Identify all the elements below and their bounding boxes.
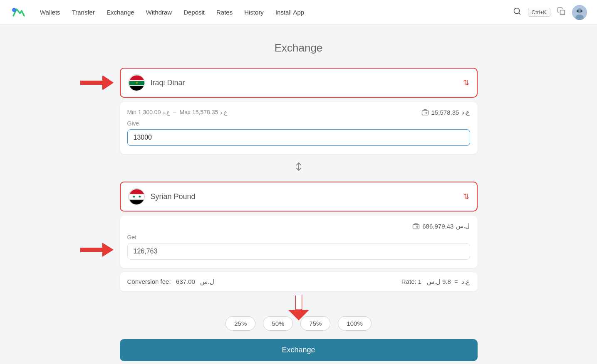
from-currency-name: Iraqi Dinar <box>151 79 185 87</box>
give-balance: 15,578.35 ع.د <box>421 108 470 116</box>
svg-rect-8 <box>577 10 579 12</box>
get-balance-row: 686,979.43 ل.س <box>127 222 470 230</box>
svg-rect-35 <box>80 248 102 252</box>
get-label: Get <box>127 234 470 241</box>
search-button[interactable] <box>513 7 521 17</box>
nav-install-app[interactable]: Install App <box>275 9 304 16</box>
svg-point-38 <box>417 226 418 227</box>
main-content: Exchange <box>111 25 486 364</box>
arrow-get <box>80 243 114 257</box>
get-balance-symbol: ل.س <box>456 222 470 230</box>
nav-wallets[interactable]: Wallets <box>40 9 60 16</box>
give-amount-meta: Min 1,300.00 ع.د – Max 15,578.35 ع.د 15,… <box>127 108 470 116</box>
give-balance-value: 15,578.35 <box>431 109 459 116</box>
from-currency-left: ✦ Iraqi Dinar <box>128 74 185 91</box>
nav-transfer[interactable]: Transfer <box>72 9 95 16</box>
give-amount-section: Min 1,300.00 ع.د – Max 15,578.35 ع.د 15,… <box>120 102 478 154</box>
exchange-form: ✦ Iraqi Dinar ⇅ Min 1,300.00 ع.د – Max 1… <box>120 68 478 361</box>
give-input[interactable] <box>127 129 470 146</box>
keyboard-shortcut: Ctrl+K <box>528 8 550 17</box>
nav-deposit[interactable]: Deposit <box>183 9 205 16</box>
give-min-max: Min 1,300.00 ع.د – Max 15,578.35 ع.د <box>127 109 228 116</box>
nav-links: Wallets Transfer Exchange Withdraw Depos… <box>40 9 513 16</box>
from-currency-selector[interactable]: ✦ Iraqi Dinar ⇅ <box>120 68 478 98</box>
to-currency-selector[interactable]: ★ ★ Syrian Pound ⇅ <box>120 182 478 212</box>
pct-100-button[interactable]: 100% <box>338 316 371 331</box>
rate-label: Rate: 1 ع.د = 9.8 ل.س <box>401 278 470 285</box>
svg-rect-15 <box>80 81 102 85</box>
svg-point-25 <box>426 112 427 113</box>
svg-marker-45 <box>289 310 308 320</box>
swap-button[interactable] <box>294 162 304 174</box>
swap-row <box>120 162 478 174</box>
to-currency-left: ★ ★ Syrian Pound <box>128 188 196 205</box>
exchange-submit-button[interactable]: Exchange <box>120 339 478 361</box>
give-balance-symbol: ع.د <box>461 108 470 116</box>
get-input[interactable] <box>127 243 470 260</box>
pct-25-button[interactable]: 25% <box>225 316 255 331</box>
nav-withdraw[interactable]: Withdraw <box>146 9 172 16</box>
svg-rect-4 <box>560 10 565 15</box>
syrian-flag: ★ ★ <box>128 188 145 205</box>
to-currency-name: Syrian Pound <box>151 192 196 201</box>
give-input-wrapper <box>127 129 470 146</box>
nav-exchange[interactable]: Exchange <box>107 9 134 16</box>
iraqi-flag: ✦ <box>128 74 145 91</box>
svg-marker-36 <box>102 243 114 257</box>
fee-row: Conversion fee: 637.00 ل.س Rate: 1 ع.د =… <box>120 272 478 291</box>
page-title: Exchange <box>120 42 478 54</box>
nav-rates[interactable]: Rates <box>216 9 233 16</box>
copy-button[interactable] <box>557 7 565 17</box>
logo[interactable] <box>10 4 27 21</box>
fee-label: Conversion fee: 637.00 ل.س <box>127 278 214 285</box>
svg-text:★: ★ <box>138 194 141 199</box>
pct-section: 25% 50% 75% 100% <box>120 300 478 331</box>
svg-rect-9 <box>580 10 582 12</box>
to-currency-chevron: ⇅ <box>463 192 469 201</box>
wallet-icon-get <box>412 222 420 230</box>
svg-text:★: ★ <box>132 194 136 199</box>
svg-text:✦: ✦ <box>135 81 139 85</box>
from-currency-chevron: ⇅ <box>463 78 469 87</box>
wallet-icon <box>421 108 429 116</box>
navbar: Wallets Transfer Exchange Withdraw Depos… <box>0 0 597 25</box>
svg-line-3 <box>518 13 520 15</box>
get-balance: 686,979.43 ل.س <box>412 222 470 230</box>
svg-rect-29 <box>129 194 145 199</box>
arrow-give <box>80 76 114 90</box>
get-amount-section: 686,979.43 ل.س Get <box>120 216 478 268</box>
arrow-down <box>288 295 309 322</box>
nav-right: Ctrl+K <box>513 5 587 20</box>
get-balance-value: 686,979.43 <box>422 223 453 230</box>
svg-marker-16 <box>102 76 114 90</box>
give-label: Give <box>127 120 470 127</box>
nav-history[interactable]: History <box>244 9 264 16</box>
avatar[interactable] <box>572 5 587 20</box>
svg-rect-44 <box>296 295 302 309</box>
svg-rect-0 <box>10 4 27 21</box>
